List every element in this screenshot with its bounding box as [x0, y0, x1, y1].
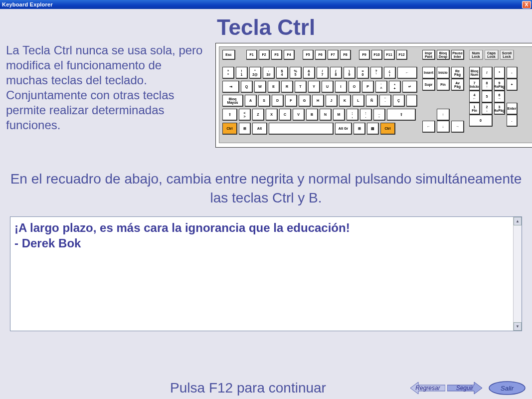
description-text: La Tecla Ctrl nunca se usa sola, pero mo…	[6, 43, 205, 133]
key-v: V	[293, 109, 305, 121]
key-: ¨ ´	[379, 95, 391, 107]
key-num-lock: Num Lock	[469, 50, 483, 60]
key-inicio: Inicio	[437, 67, 450, 79]
key-: ↓	[437, 121, 450, 133]
key-f11: F11	[384, 50, 395, 60]
key-f10: F10	[371, 50, 382, 60]
key-ctrl: Ctrl	[380, 123, 395, 135]
back-button-label: Regresar	[415, 385, 440, 392]
key-1-fin: 1 Fin	[469, 103, 480, 115]
key-: ⇧	[387, 109, 416, 121]
exit-button[interactable]: Salir	[488, 381, 526, 396]
key-k: K	[339, 95, 351, 107]
forward-button[interactable]: Seguir	[447, 381, 482, 395]
key-i: I	[335, 81, 347, 93]
key-bloq-num: Bloq Num	[469, 67, 480, 79]
key-esc: Esc	[222, 50, 235, 60]
back-button[interactable]: Regresar	[410, 381, 445, 395]
key-f12: F12	[396, 50, 407, 60]
key-w: W	[254, 81, 266, 93]
key-enter: Enter	[507, 103, 518, 115]
key-ctrl: Ctrl	[222, 123, 237, 135]
key-5: 5	[482, 91, 493, 103]
practice-textbox[interactable]: ¡A largo plazo, es más cara la ignoranci…	[10, 217, 513, 331]
scroll-up-icon[interactable]: ▲	[514, 217, 522, 225]
key-l: L	[353, 95, 364, 107]
key-j: J	[326, 95, 338, 107]
key-pause-inter: Pause Inter	[451, 50, 464, 60]
titlebar: Keyboard Explorer X	[0, 0, 532, 9]
key-impr-pant: Impr Pant	[422, 50, 435, 60]
key-f7: F7	[328, 50, 339, 60]
key-caps-lock: Caps Lock	[485, 50, 499, 60]
key-: ↵	[402, 81, 417, 93]
key-e: E	[268, 81, 280, 93]
key-: ⇥	[222, 81, 239, 93]
key-d: D	[272, 95, 284, 107]
key-5: % 5	[290, 67, 302, 79]
textbox-line2: - Derek Bok	[14, 235, 509, 251]
key-f6: F6	[315, 50, 326, 60]
textbox-line1: ¡A largo plazo, es más cara la ignoranci…	[14, 220, 509, 235]
footer-hint: Pulsa F12 para continuar	[6, 380, 410, 396]
key-: Ç	[393, 95, 405, 107]
keyboard-image: EscF1F2F3F4F5F6F7F8F9F10F11F12 ª º! 1" 2…	[215, 43, 532, 148]
key-f9: F9	[359, 50, 370, 60]
key-: ⊞	[354, 123, 365, 135]
forward-button-label: Seguir	[456, 385, 474, 392]
key-: ; ,	[347, 109, 358, 121]
key-t: T	[295, 81, 307, 93]
close-button[interactable]: X	[522, 1, 531, 8]
key-: ¿ ¡	[384, 67, 396, 79]
key-y: Y	[308, 81, 320, 93]
key-: _ -	[373, 109, 385, 121]
key-3: · 3#	[263, 67, 275, 79]
key-f3: F3	[271, 50, 282, 60]
key-f1: F1	[246, 50, 257, 60]
key-: →	[451, 121, 464, 133]
key-alt: Alt	[252, 123, 267, 135]
key-6: 6 →	[494, 91, 505, 103]
key-f: F	[285, 95, 297, 107]
key-6: & 6	[303, 67, 315, 79]
footer: Pulsa F12 para continuar Regresar Seguir…	[0, 380, 532, 396]
key-: ª º	[222, 67, 234, 79]
key-f4: F4	[284, 50, 295, 60]
key-	[406, 95, 417, 107]
key-m: M	[333, 109, 345, 121]
key-bloq-may-s: Bloq Mayús	[222, 95, 243, 107]
key-: *	[494, 67, 505, 79]
key-supr: Supr	[422, 79, 435, 91]
key-4: 4 ←	[469, 91, 480, 103]
scrollbar[interactable]: ▲ ▼	[513, 217, 522, 331]
scroll-track[interactable]	[514, 225, 522, 322]
key-	[269, 123, 334, 135]
key-9-rep-g: 9 RePág	[494, 79, 505, 91]
key-av-p-g: Av Pág	[451, 79, 464, 91]
key-f2: F2	[259, 50, 270, 60]
key-2: " 2@	[249, 67, 261, 79]
scroll-down-icon[interactable]: ▼	[514, 322, 522, 331]
key-: ` ^	[375, 81, 387, 93]
key-b: B	[306, 109, 318, 121]
key-9: ) 9	[344, 67, 355, 79]
key-: ▤	[367, 123, 379, 135]
key-: ⊞	[239, 123, 251, 135]
key-insert: Insert	[422, 67, 435, 79]
close-icon: X	[525, 1, 528, 7]
key-: ←	[422, 121, 435, 133]
key-: ? '	[370, 67, 382, 79]
exit-button-label: Salir	[501, 385, 514, 392]
key-: : .	[360, 109, 372, 121]
key-re-p-g: Re Pág	[451, 67, 464, 79]
key-a: A	[245, 95, 257, 107]
key-q: Q	[241, 81, 253, 93]
key-h: H	[312, 95, 324, 107]
key-1: ! 1	[236, 67, 248, 79]
practice-textbox-container: ¡A largo plazo, es más cara la ignoranci…	[10, 216, 522, 331]
key-c: C	[279, 109, 291, 121]
key-f8: F8	[340, 50, 351, 60]
key-u: U	[322, 81, 334, 93]
key-o: O	[349, 81, 360, 93]
key-: * +	[389, 81, 401, 93]
